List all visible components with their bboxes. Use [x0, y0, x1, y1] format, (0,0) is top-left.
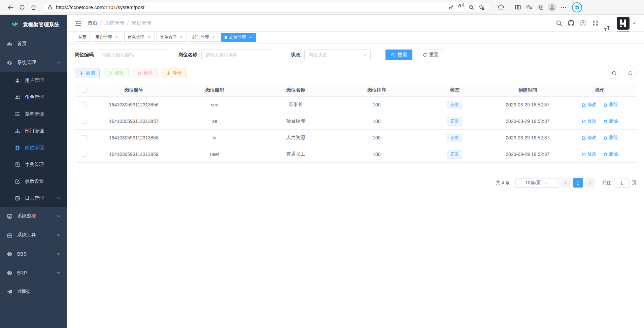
sidebar-item-tools[interactable]: 系统工具: [0, 226, 67, 244]
read-aloud-icon[interactable]: A: [456, 3, 466, 12]
cell-created-time: 2023-03-29 18:52:37: [492, 102, 563, 107]
github-icon[interactable]: [565, 15, 577, 32]
cell-created-time: 2023-03-29 18:52:37: [492, 152, 563, 157]
sidebar-item-departments[interactable]: 部门管理: [0, 123, 67, 139]
user-avatar-menu[interactable]: [617, 17, 636, 30]
sidebar-item-yi-framework[interactable]: Yi框架: [0, 282, 67, 301]
tab-posts-active[interactable]: 岗位管理×: [221, 33, 256, 42]
delete-link[interactable]: 删除: [603, 151, 618, 157]
edit-link[interactable]: 修改: [582, 118, 597, 124]
prev-page-button[interactable]: [561, 178, 571, 188]
users-icon: [15, 95, 20, 100]
chevron-right-icon: [588, 181, 592, 185]
toggle-search-button[interactable]: [608, 67, 620, 79]
delete-button[interactable]: 删除: [133, 68, 158, 78]
row-checkbox[interactable]: [82, 102, 87, 107]
search-icon[interactable]: [553, 15, 565, 32]
goto-page-input[interactable]: [614, 178, 630, 188]
close-icon[interactable]: ×: [179, 35, 183, 40]
table-header-row: 岗位编号 岗位编码 岗位名称 岗位排序 状态 创建时间 操作: [75, 84, 637, 97]
collapse-sidebar-icon[interactable]: [75, 20, 81, 27]
current-page-button[interactable]: 1: [573, 178, 583, 188]
close-icon[interactable]: ×: [114, 35, 119, 40]
row-checkbox[interactable]: [82, 119, 87, 124]
sidebar-item-erp[interactable]: ERP: [0, 263, 67, 282]
badge-card-icon: [15, 145, 20, 151]
delete-link[interactable]: 删除: [603, 135, 618, 141]
breadcrumb-home[interactable]: 首页: [88, 20, 97, 26]
column-header-actions: 操作: [563, 87, 637, 93]
edit-icon: [582, 119, 586, 124]
page-size-select[interactable]: 10条/页: [515, 178, 558, 188]
refresh-icon: [422, 53, 427, 57]
chevron-down-icon: [57, 196, 61, 200]
page-suffix-label: 页: [632, 180, 637, 186]
sidebar-item-roles[interactable]: 角色管理: [0, 89, 67, 106]
refresh-table-button[interactable]: [624, 67, 637, 79]
sidebar-item-users[interactable]: 用户管理: [0, 72, 67, 89]
tab-home[interactable]: 首页: [75, 33, 90, 42]
row-checkbox[interactable]: [82, 152, 87, 157]
close-icon[interactable]: ×: [248, 35, 253, 40]
extensions-icon[interactable]: [495, 2, 506, 13]
add-button[interactable]: 新增: [75, 68, 100, 78]
sidebar-item-parameters[interactable]: 参数设置: [0, 173, 67, 190]
address-bar[interactable]: https://ccnetcore.com:1101/system/post A: [42, 2, 490, 13]
font-size-icon[interactable]: TT: [601, 15, 613, 32]
export-button[interactable]: 导出: [162, 68, 187, 78]
sidebar-item-bbs[interactable]: BBS: [0, 244, 67, 263]
split-screen-icon[interactable]: [512, 2, 523, 13]
password-key-icon[interactable]: [446, 3, 456, 12]
tab-menus[interactable]: 菜单管理×: [157, 33, 187, 42]
collections-icon[interactable]: [535, 2, 546, 13]
profile-avatar[interactable]: [546, 2, 558, 13]
edit-link[interactable]: 修改: [582, 135, 597, 141]
edit-link[interactable]: 修改: [582, 151, 597, 157]
browser-back-button[interactable]: [5, 2, 16, 13]
browser-right-icons: ⋯ b: [495, 2, 582, 13]
edit-icon: [582, 103, 586, 107]
zoom-out-icon[interactable]: [466, 3, 476, 12]
post-name-input[interactable]: [201, 50, 272, 60]
tab-departments[interactable]: 部门管理×: [189, 33, 219, 42]
sidebar-item-menus[interactable]: 菜单管理: [0, 106, 67, 123]
tab-roles[interactable]: 角色管理×: [124, 33, 155, 42]
sidebar-item-monitor[interactable]: 系统监控: [0, 207, 67, 226]
filter-form: 岗位编码 岗位名称 状态 岗位状态 搜索 重置: [75, 50, 637, 60]
cell-post-sort: 100: [336, 135, 417, 140]
lock-icon: [47, 5, 53, 10]
sidebar-item-home[interactable]: 首页: [0, 34, 67, 53]
next-page-button[interactable]: [585, 178, 595, 188]
sidebar-item-system[interactable]: 系统管理: [0, 53, 67, 72]
edit-button[interactable]: 修改: [104, 68, 129, 78]
delete-link[interactable]: 删除: [603, 102, 618, 108]
row-checkbox[interactable]: [82, 135, 87, 140]
tab-users[interactable]: 用户管理×: [92, 33, 122, 42]
search-button[interactable]: 搜索: [385, 50, 412, 60]
bing-chat-icon[interactable]: b: [572, 2, 582, 12]
close-icon[interactable]: ×: [211, 35, 216, 40]
search-icon: [391, 53, 396, 57]
system-submenu: 用户管理 角色管理 菜单管理 部门管理 岗位管理 字典管理: [0, 72, 67, 207]
post-code-input[interactable]: [98, 50, 168, 60]
sidebar-item-posts[interactable]: 岗位管理: [0, 139, 67, 156]
browser-refresh-button[interactable]: [16, 2, 28, 13]
reset-button[interactable]: 重置: [417, 50, 444, 60]
sidebar-item-logs[interactable]: 日志管理: [0, 190, 67, 207]
delete-link[interactable]: 删除: [603, 118, 618, 124]
fullscreen-icon[interactable]: [589, 15, 601, 32]
status-select[interactable]: 岗位状态: [304, 50, 371, 60]
sidebar: 意框架管理系统 首页 系统管理 用户管理 角色管理 菜单管理: [0, 15, 67, 328]
browser-home-button[interactable]: [28, 2, 39, 13]
browser-menu-icon[interactable]: ⋯: [558, 4, 569, 11]
url-text[interactable]: https://ccnetcore.com:1101/system/post: [56, 4, 446, 10]
favorites-bar-icon[interactable]: [523, 2, 535, 13]
tags-view-bar: 首页 用户管理× 角色管理× 菜单管理× 部门管理× 岗位管理×: [67, 32, 644, 43]
edit-link[interactable]: 修改: [582, 102, 597, 108]
close-icon[interactable]: ×: [146, 35, 151, 40]
dashboard-icon: [7, 41, 12, 47]
help-icon[interactable]: ?: [577, 15, 589, 32]
select-all-checkbox[interactable]: [82, 88, 87, 93]
sidebar-item-dictionary[interactable]: 字典管理: [0, 156, 67, 173]
add-favorite-icon[interactable]: [476, 3, 486, 12]
